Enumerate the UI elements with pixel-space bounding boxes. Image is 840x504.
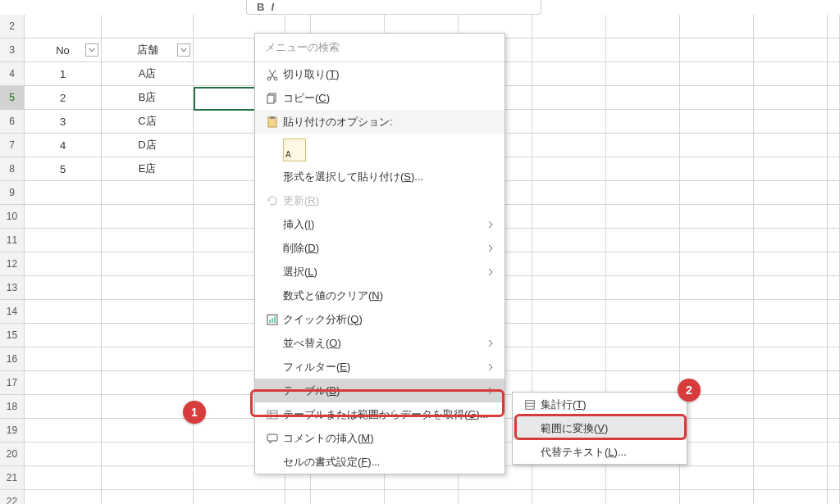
comment-icon (262, 432, 283, 445)
cell[interactable]: 3 (25, 110, 102, 134)
cell[interactable] (102, 371, 194, 395)
menu-cut[interactable]: 切り取り(T) (255, 62, 504, 86)
submenu-totals-row[interactable]: 集計行(T) (513, 393, 687, 416)
cell[interactable]: A店 (102, 62, 194, 86)
menu-insert[interactable]: 挿入(I) (255, 212, 504, 236)
italic-icon[interactable]: I (271, 1, 274, 13)
cell[interactable] (25, 443, 102, 466)
row-header[interactable]: 13 (0, 276, 25, 300)
cell[interactable] (25, 347, 102, 371)
cell[interactable] (102, 181, 194, 205)
row-header[interactable]: 2 (0, 15, 25, 39)
menu-copy[interactable]: コピー(C) (255, 86, 504, 110)
cell[interactable]: No (25, 39, 102, 62)
menu-format-cells[interactable]: セルの書式設定(F)... (255, 450, 504, 474)
svg-point-0 (267, 77, 271, 80)
cell[interactable]: 5 (25, 157, 102, 181)
submenu-arrow-icon (485, 339, 496, 347)
cell[interactable] (102, 419, 194, 443)
cell[interactable] (25, 466, 102, 490)
row-header[interactable]: 11 (0, 229, 25, 252)
row-header[interactable]: 18 (0, 395, 25, 419)
row-header[interactable]: 12 (0, 252, 25, 276)
submenu-alt-text[interactable]: 代替テキスト(L)... (513, 440, 687, 464)
cell[interactable]: 4 (25, 134, 102, 157)
cell[interactable] (25, 181, 102, 205)
row-header[interactable]: 5 (0, 86, 25, 110)
row-header[interactable]: 19 (0, 419, 25, 443)
cell[interactable]: D店 (102, 134, 194, 157)
menu-get-data[interactable]: テーブルまたは範囲からデータを取得(G)... (255, 402, 504, 426)
cell[interactable] (102, 466, 194, 490)
menu-quick-analysis[interactable]: クイック分析(Q) (255, 307, 504, 331)
mini-toolbar: B I (246, 0, 541, 15)
filter-dropdown-icon[interactable] (177, 43, 190, 57)
cell[interactable] (25, 229, 102, 252)
cell[interactable] (25, 276, 102, 300)
cell[interactable] (102, 395, 194, 419)
cell[interactable] (25, 419, 102, 443)
cell[interactable] (25, 300, 102, 324)
cell[interactable] (25, 15, 102, 39)
row-header[interactable]: 22 (0, 490, 25, 504)
cell[interactable] (102, 490, 194, 504)
cell[interactable] (25, 205, 102, 229)
cell[interactable]: 2 (25, 86, 102, 110)
cell[interactable] (102, 205, 194, 229)
filter-dropdown-icon[interactable] (85, 43, 98, 57)
row-header[interactable]: 7 (0, 134, 25, 157)
cell[interactable] (102, 300, 194, 324)
row-header[interactable]: 16 (0, 347, 25, 371)
menu-sort[interactable]: 並べ替え(O) (255, 331, 504, 355)
svg-rect-10 (267, 411, 277, 419)
row-header[interactable]: 14 (0, 300, 25, 324)
menu-paste-special[interactable]: 形式を選択して貼り付け(S)... (255, 165, 504, 188)
bold-icon[interactable]: B (257, 1, 264, 13)
cell[interactable] (102, 276, 194, 300)
cell[interactable] (102, 347, 194, 371)
menu-label: 選択(L) (283, 265, 485, 279)
svg-rect-9 (274, 316, 276, 323)
cell[interactable]: E店 (102, 157, 194, 181)
menu-search[interactable]: メニューの検索 (255, 34, 504, 62)
row-header[interactable]: 21 (0, 466, 25, 490)
paste-option-a-icon[interactable]: A (283, 138, 306, 161)
cell[interactable] (102, 229, 194, 252)
cell[interactable] (194, 490, 285, 504)
cell[interactable]: B店 (102, 86, 194, 110)
menu-table[interactable]: テーブル(B) (255, 379, 504, 402)
cell[interactable]: 店舗 (102, 39, 194, 62)
row-header[interactable]: 4 (0, 62, 25, 86)
cell[interactable] (25, 490, 102, 504)
cell[interactable] (102, 15, 194, 39)
row-header[interactable]: 8 (0, 157, 25, 181)
submenu-label: 代替テキスト(L)... (541, 445, 677, 460)
cell[interactable] (25, 324, 102, 347)
svg-point-1 (274, 77, 277, 80)
quick-analysis-icon (262, 313, 283, 326)
menu-delete[interactable]: 削除(D) (255, 236, 504, 260)
menu-select[interactable]: 選択(L) (255, 260, 504, 284)
cell[interactable]: C店 (102, 110, 194, 134)
cell[interactable] (25, 252, 102, 276)
menu-label: 挿入(I) (283, 217, 485, 232)
row-header[interactable]: 6 (0, 110, 25, 134)
row-header[interactable]: 9 (0, 181, 25, 205)
row-header[interactable]: 15 (0, 324, 25, 347)
menu-insert-comment[interactable]: コメントの挿入(M) (255, 426, 504, 450)
cell[interactable] (102, 443, 194, 466)
submenu-convert-to-range[interactable]: 範囲に変換(V) (513, 416, 687, 440)
cell[interactable] (102, 324, 194, 347)
row-header[interactable]: 17 (0, 371, 25, 395)
menu-clear-contents[interactable]: 数式と値のクリア(N) (255, 284, 504, 307)
menu-filter[interactable]: フィルター(E) (255, 355, 504, 379)
row-header[interactable]: 10 (0, 205, 25, 229)
cell[interactable] (285, 490, 840, 504)
row-header[interactable]: 20 (0, 443, 25, 466)
cell[interactable] (102, 252, 194, 276)
cell[interactable] (25, 371, 102, 395)
row-header[interactable]: 3 (0, 39, 25, 62)
cell[interactable]: 1 (25, 62, 102, 86)
cell[interactable] (25, 395, 102, 419)
gridline (827, 15, 828, 504)
